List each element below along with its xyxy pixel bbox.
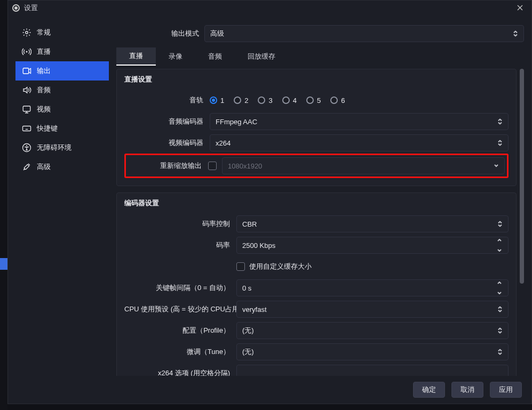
audio-encoder-label: 音频编码器 bbox=[124, 117, 210, 126]
apply-button[interactable]: 应用 bbox=[490, 382, 522, 398]
profile-label: 配置（Profile） bbox=[124, 326, 236, 335]
sidebar-item-label: 音频 bbox=[37, 85, 51, 95]
tab-label: 直播 bbox=[129, 51, 143, 61]
sidebar-item-label: 高级 bbox=[37, 162, 51, 172]
video-encoder-select[interactable]: x264 bbox=[210, 134, 509, 151]
tab-label: 录像 bbox=[169, 52, 182, 61]
spin-icon bbox=[497, 282, 505, 294]
video-encoder-row: 视频编码器 x264 bbox=[124, 132, 509, 154]
x264opts-row: x264 选项 (用空格分隔) bbox=[124, 363, 509, 376]
bitrate-input[interactable]: 2500 Kbps bbox=[236, 237, 509, 254]
audio-track-label: 音轨 bbox=[124, 95, 210, 105]
sidebar-item-general[interactable]: 常规 bbox=[15, 23, 109, 42]
rate-control-row: 码率控制 CBR bbox=[124, 213, 509, 235]
sidebar-item-video[interactable]: 视频 bbox=[15, 100, 109, 119]
sidebar-item-stream[interactable]: 直播 bbox=[15, 42, 109, 61]
encoder-settings-panel: 编码器设置 码率控制 CBR 码率 2500 Kbps bbox=[116, 192, 517, 376]
background-left bbox=[0, 0, 7, 410]
rescale-output-row: 重新缩放输出 1080x1920 bbox=[128, 157, 505, 174]
track-radio-3[interactable]: 3 bbox=[258, 97, 272, 104]
gear-icon bbox=[22, 28, 31, 37]
sidebar-item-label: 视频 bbox=[37, 104, 51, 114]
rate-control-label: 码率控制 bbox=[124, 219, 236, 229]
background-bottom bbox=[7, 404, 532, 410]
accessibility-icon bbox=[22, 143, 31, 152]
app-icon bbox=[12, 4, 20, 12]
settings-sidebar: 常规 直播 输出 音频 视频 快捷键 bbox=[15, 23, 109, 376]
custom-buffer-label: 使用自定义缓存大小 bbox=[249, 262, 312, 271]
track-radio-1[interactable]: 1 bbox=[210, 97, 224, 104]
main-scrollbar[interactable] bbox=[520, 69, 524, 376]
scrollbar-thumb[interactable] bbox=[520, 69, 524, 284]
sidebar-item-audio[interactable]: 音频 bbox=[15, 81, 109, 100]
output-mode-value: 高级 bbox=[210, 29, 224, 38]
tune-select[interactable]: (无) bbox=[236, 343, 509, 360]
sidebar-item-hotkeys[interactable]: 快捷键 bbox=[15, 119, 109, 138]
window-title: 设置 bbox=[24, 3, 38, 13]
sidebar-item-accessibility[interactable]: 无障碍环境 bbox=[15, 138, 109, 157]
sidebar-item-advanced[interactable]: 高级 bbox=[15, 157, 109, 176]
dialog-footer: 确定 取消 应用 bbox=[8, 376, 531, 404]
ok-button[interactable]: 确定 bbox=[413, 382, 445, 398]
chevron-updown-icon bbox=[496, 140, 504, 146]
keyboard-icon bbox=[22, 124, 31, 133]
tab-replay[interactable]: 回放缓存 bbox=[235, 47, 288, 66]
settings-window: 设置 常规 直播 输出 音频 视频 bbox=[7, 0, 532, 404]
rate-control-select[interactable]: CBR bbox=[236, 215, 509, 232]
track-radio-5[interactable]: 5 bbox=[306, 97, 321, 104]
stream-settings-title: 直播设置 bbox=[124, 75, 509, 84]
rescale-highlight: 重新缩放输出 1080x1920 bbox=[124, 154, 509, 178]
close-button[interactable] bbox=[512, 1, 527, 15]
track-radio-6[interactable]: 6 bbox=[330, 97, 345, 104]
svg-rect-4 bbox=[23, 126, 31, 131]
chevron-updown-icon bbox=[496, 221, 504, 227]
audio-track-radios: 1 2 3 4 5 6 bbox=[210, 97, 509, 104]
tab-label: 回放缓存 bbox=[248, 52, 275, 61]
encoder-settings-title: 编码器设置 bbox=[124, 198, 509, 208]
output-mode-row: 输出模式 高级 bbox=[116, 23, 524, 44]
rescale-resolution-select[interactable]: 1080x1920 bbox=[222, 157, 505, 174]
bitrate-label: 码率 bbox=[124, 240, 236, 250]
rescale-checkbox[interactable] bbox=[208, 162, 217, 170]
tune-row: 微调（Tune） (无) bbox=[124, 341, 509, 363]
chevron-down-icon bbox=[493, 163, 500, 168]
svg-rect-2 bbox=[23, 68, 29, 74]
output-mode-select[interactable]: 高级 bbox=[204, 25, 524, 42]
chevron-updown-icon bbox=[496, 307, 504, 312]
chevron-updown-icon bbox=[512, 31, 519, 37]
tab-stream[interactable]: 直播 bbox=[116, 47, 156, 66]
keyint-input[interactable]: 0 s bbox=[236, 279, 509, 296]
track-radio-2[interactable]: 2 bbox=[234, 97, 248, 104]
sidebar-item-label: 常规 bbox=[37, 28, 51, 37]
sidebar-item-label: 快捷键 bbox=[37, 124, 58, 133]
sidebar-item-label: 直播 bbox=[37, 47, 51, 57]
keyint-row: 关键帧间隔（0 = 自动） 0 s bbox=[124, 277, 509, 299]
chevron-updown-icon bbox=[496, 349, 504, 355]
svg-rect-3 bbox=[23, 106, 30, 111]
profile-select[interactable]: (无) bbox=[236, 322, 509, 339]
tab-audio[interactable]: 音频 bbox=[195, 47, 235, 66]
cancel-button[interactable]: 取消 bbox=[451, 382, 483, 398]
sidebar-item-output[interactable]: 输出 bbox=[15, 61, 109, 81]
background-tag bbox=[0, 258, 7, 270]
tab-recording[interactable]: 录像 bbox=[156, 47, 195, 66]
monitor-icon bbox=[22, 104, 31, 114]
tune-label: 微调（Tune） bbox=[124, 347, 236, 357]
custom-buffer-row: 使用自定义缓存大小 bbox=[124, 256, 509, 277]
profile-row: 配置（Profile） (无) bbox=[124, 320, 509, 341]
rescale-output-label: 重新缩放输出 bbox=[128, 161, 208, 171]
sidebar-item-label: 输出 bbox=[37, 66, 51, 76]
x264opts-input[interactable] bbox=[236, 365, 509, 376]
audio-encoder-select[interactable]: FFmpeg AAC bbox=[210, 113, 509, 130]
video-encoder-label: 视频编码器 bbox=[124, 138, 210, 148]
tools-icon bbox=[22, 162, 31, 172]
svg-point-6 bbox=[26, 145, 27, 146]
keyint-label: 关键帧间隔（0 = 自动） bbox=[124, 283, 236, 293]
spin-icon bbox=[497, 239, 505, 252]
custom-buffer-checkbox[interactable] bbox=[236, 262, 245, 271]
speaker-icon bbox=[22, 85, 31, 95]
stream-settings-panel: 直播设置 音轨 1 2 3 4 5 6 bbox=[116, 69, 517, 186]
cpu-preset-select[interactable]: veryfast bbox=[236, 301, 509, 318]
track-radio-4[interactable]: 4 bbox=[282, 97, 297, 104]
chevron-updown-icon bbox=[496, 119, 504, 125]
